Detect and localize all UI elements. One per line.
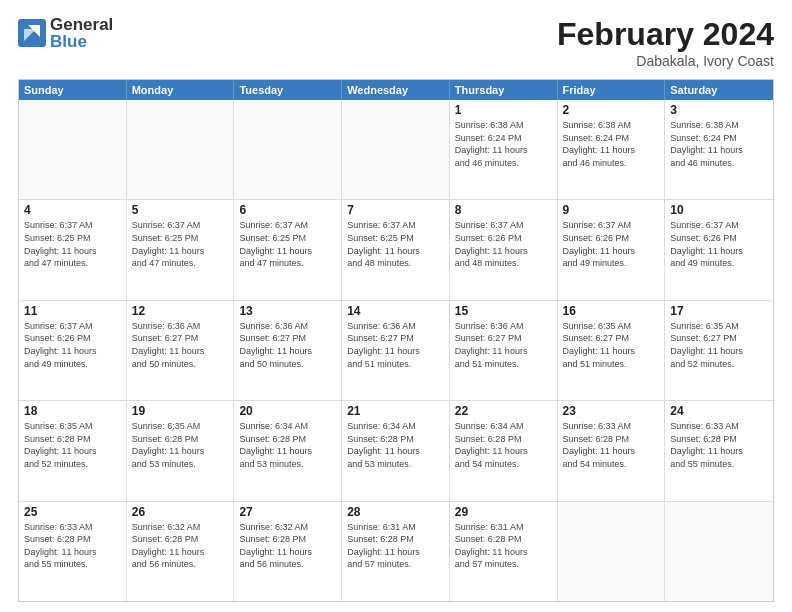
calendar-header-day: Tuesday (234, 80, 342, 100)
calendar-cell (234, 100, 342, 199)
day-number: 24 (670, 404, 768, 418)
day-number: 7 (347, 203, 444, 217)
calendar-cell: 21Sunrise: 6:34 AMSunset: 6:28 PMDayligh… (342, 401, 450, 500)
calendar-cell: 29Sunrise: 6:31 AMSunset: 6:28 PMDayligh… (450, 502, 558, 601)
calendar-cell: 6Sunrise: 6:37 AMSunset: 6:25 PMDaylight… (234, 200, 342, 299)
calendar-header: SundayMondayTuesdayWednesdayThursdayFrid… (19, 80, 773, 100)
calendar-row: 1Sunrise: 6:38 AMSunset: 6:24 PMDaylight… (19, 100, 773, 199)
day-info: Sunrise: 6:35 AMSunset: 6:28 PMDaylight:… (24, 420, 121, 470)
day-info: Sunrise: 6:33 AMSunset: 6:28 PMDaylight:… (24, 521, 121, 571)
day-number: 3 (670, 103, 768, 117)
day-number: 2 (563, 103, 660, 117)
day-info: Sunrise: 6:34 AMSunset: 6:28 PMDaylight:… (239, 420, 336, 470)
day-number: 25 (24, 505, 121, 519)
day-info: Sunrise: 6:32 AMSunset: 6:28 PMDaylight:… (132, 521, 229, 571)
day-info: Sunrise: 6:36 AMSunset: 6:27 PMDaylight:… (455, 320, 552, 370)
day-info: Sunrise: 6:38 AMSunset: 6:24 PMDaylight:… (455, 119, 552, 169)
day-number: 9 (563, 203, 660, 217)
calendar-body: 1Sunrise: 6:38 AMSunset: 6:24 PMDaylight… (19, 100, 773, 601)
calendar-cell: 3Sunrise: 6:38 AMSunset: 6:24 PMDaylight… (665, 100, 773, 199)
day-number: 11 (24, 304, 121, 318)
header: General Blue February 2024 Dabakala, Ivo… (18, 16, 774, 69)
day-number: 10 (670, 203, 768, 217)
day-info: Sunrise: 6:32 AMSunset: 6:28 PMDaylight:… (239, 521, 336, 571)
calendar-cell: 25Sunrise: 6:33 AMSunset: 6:28 PMDayligh… (19, 502, 127, 601)
calendar-cell: 12Sunrise: 6:36 AMSunset: 6:27 PMDayligh… (127, 301, 235, 400)
logo-icon (18, 19, 46, 47)
title-area: February 2024 Dabakala, Ivory Coast (557, 16, 774, 69)
logo-text: General Blue (50, 16, 113, 50)
logo-general: General (50, 16, 113, 33)
calendar-header-day: Wednesday (342, 80, 450, 100)
logo-blue: Blue (50, 33, 113, 50)
calendar-cell: 9Sunrise: 6:37 AMSunset: 6:26 PMDaylight… (558, 200, 666, 299)
calendar-cell: 17Sunrise: 6:35 AMSunset: 6:27 PMDayligh… (665, 301, 773, 400)
location: Dabakala, Ivory Coast (557, 53, 774, 69)
calendar: SundayMondayTuesdayWednesdayThursdayFrid… (18, 79, 774, 602)
day-number: 20 (239, 404, 336, 418)
calendar-cell: 22Sunrise: 6:34 AMSunset: 6:28 PMDayligh… (450, 401, 558, 500)
calendar-cell (665, 502, 773, 601)
logo: General Blue (18, 16, 113, 50)
calendar-cell: 2Sunrise: 6:38 AMSunset: 6:24 PMDaylight… (558, 100, 666, 199)
page: General Blue February 2024 Dabakala, Ivo… (0, 0, 792, 612)
day-info: Sunrise: 6:35 AMSunset: 6:28 PMDaylight:… (132, 420, 229, 470)
day-number: 13 (239, 304, 336, 318)
day-info: Sunrise: 6:37 AMSunset: 6:26 PMDaylight:… (670, 219, 768, 269)
day-info: Sunrise: 6:31 AMSunset: 6:28 PMDaylight:… (455, 521, 552, 571)
day-number: 4 (24, 203, 121, 217)
month-title: February 2024 (557, 16, 774, 53)
day-number: 12 (132, 304, 229, 318)
calendar-header-day: Friday (558, 80, 666, 100)
calendar-header-day: Thursday (450, 80, 558, 100)
day-number: 22 (455, 404, 552, 418)
day-number: 1 (455, 103, 552, 117)
day-info: Sunrise: 6:33 AMSunset: 6:28 PMDaylight:… (563, 420, 660, 470)
day-info: Sunrise: 6:34 AMSunset: 6:28 PMDaylight:… (455, 420, 552, 470)
calendar-cell: 11Sunrise: 6:37 AMSunset: 6:26 PMDayligh… (19, 301, 127, 400)
calendar-row: 4Sunrise: 6:37 AMSunset: 6:25 PMDaylight… (19, 199, 773, 299)
day-info: Sunrise: 6:37 AMSunset: 6:25 PMDaylight:… (239, 219, 336, 269)
calendar-row: 25Sunrise: 6:33 AMSunset: 6:28 PMDayligh… (19, 501, 773, 601)
calendar-cell: 5Sunrise: 6:37 AMSunset: 6:25 PMDaylight… (127, 200, 235, 299)
calendar-cell (19, 100, 127, 199)
day-info: Sunrise: 6:37 AMSunset: 6:26 PMDaylight:… (455, 219, 552, 269)
day-number: 21 (347, 404, 444, 418)
day-number: 17 (670, 304, 768, 318)
calendar-cell: 23Sunrise: 6:33 AMSunset: 6:28 PMDayligh… (558, 401, 666, 500)
day-info: Sunrise: 6:33 AMSunset: 6:28 PMDaylight:… (670, 420, 768, 470)
day-info: Sunrise: 6:34 AMSunset: 6:28 PMDaylight:… (347, 420, 444, 470)
day-number: 28 (347, 505, 444, 519)
calendar-row: 18Sunrise: 6:35 AMSunset: 6:28 PMDayligh… (19, 400, 773, 500)
day-info: Sunrise: 6:37 AMSunset: 6:25 PMDaylight:… (24, 219, 121, 269)
calendar-header-day: Saturday (665, 80, 773, 100)
calendar-cell: 8Sunrise: 6:37 AMSunset: 6:26 PMDaylight… (450, 200, 558, 299)
day-number: 15 (455, 304, 552, 318)
day-info: Sunrise: 6:35 AMSunset: 6:27 PMDaylight:… (563, 320, 660, 370)
day-number: 18 (24, 404, 121, 418)
calendar-cell (558, 502, 666, 601)
day-number: 26 (132, 505, 229, 519)
calendar-cell: 19Sunrise: 6:35 AMSunset: 6:28 PMDayligh… (127, 401, 235, 500)
calendar-cell: 14Sunrise: 6:36 AMSunset: 6:27 PMDayligh… (342, 301, 450, 400)
calendar-header-day: Sunday (19, 80, 127, 100)
calendar-cell: 16Sunrise: 6:35 AMSunset: 6:27 PMDayligh… (558, 301, 666, 400)
day-info: Sunrise: 6:38 AMSunset: 6:24 PMDaylight:… (670, 119, 768, 169)
calendar-cell: 15Sunrise: 6:36 AMSunset: 6:27 PMDayligh… (450, 301, 558, 400)
calendar-cell: 10Sunrise: 6:37 AMSunset: 6:26 PMDayligh… (665, 200, 773, 299)
day-number: 23 (563, 404, 660, 418)
day-info: Sunrise: 6:38 AMSunset: 6:24 PMDaylight:… (563, 119, 660, 169)
day-number: 16 (563, 304, 660, 318)
calendar-cell: 7Sunrise: 6:37 AMSunset: 6:25 PMDaylight… (342, 200, 450, 299)
calendar-cell: 27Sunrise: 6:32 AMSunset: 6:28 PMDayligh… (234, 502, 342, 601)
calendar-cell (127, 100, 235, 199)
day-info: Sunrise: 6:37 AMSunset: 6:26 PMDaylight:… (563, 219, 660, 269)
calendar-cell: 24Sunrise: 6:33 AMSunset: 6:28 PMDayligh… (665, 401, 773, 500)
day-info: Sunrise: 6:37 AMSunset: 6:25 PMDaylight:… (347, 219, 444, 269)
calendar-cell: 28Sunrise: 6:31 AMSunset: 6:28 PMDayligh… (342, 502, 450, 601)
day-number: 19 (132, 404, 229, 418)
day-number: 8 (455, 203, 552, 217)
calendar-cell: 13Sunrise: 6:36 AMSunset: 6:27 PMDayligh… (234, 301, 342, 400)
day-number: 29 (455, 505, 552, 519)
calendar-row: 11Sunrise: 6:37 AMSunset: 6:26 PMDayligh… (19, 300, 773, 400)
